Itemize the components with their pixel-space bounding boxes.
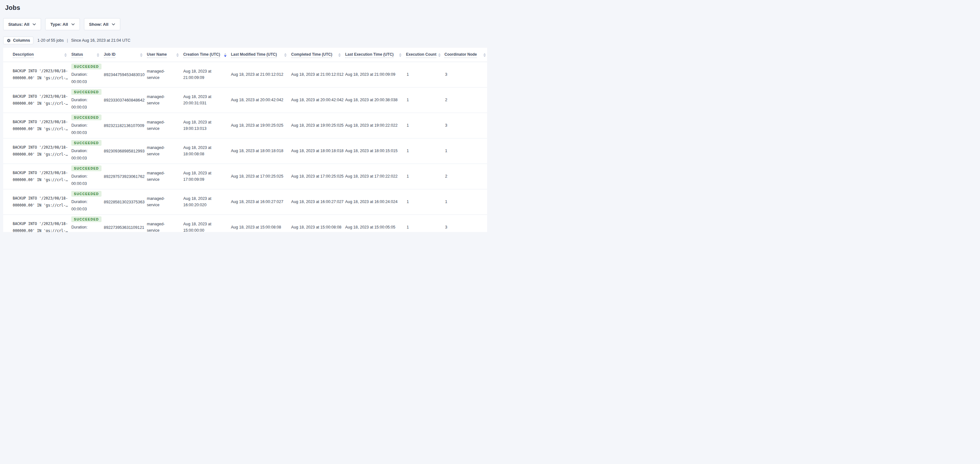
job-id-cell: 892344759453483010 xyxy=(104,62,147,87)
column-header[interactable]: Description xyxy=(3,48,71,62)
execution-count-cell: 1 xyxy=(406,62,444,87)
sort-arrows-icon[interactable] xyxy=(97,53,99,57)
jobs-page: Jobs Status: All Type: All Show: All Col… xyxy=(0,4,490,232)
column-header[interactable]: Status xyxy=(71,48,104,62)
sort-asc-icon xyxy=(338,53,341,55)
job-row: BACKUP INTO '/2023/08/18- 000000.00' IN … xyxy=(3,164,487,189)
sort-arrows-icon[interactable] xyxy=(338,53,341,57)
creation-time-value: Aug 18, 2023 at 15:00:00:00 xyxy=(183,221,218,232)
sort-arrows-icon[interactable] xyxy=(140,53,143,57)
status-filter-dropdown[interactable]: Status: All xyxy=(3,18,41,30)
job-status-cell: SUCCEEDED Duration: 00:00:03 xyxy=(71,113,104,138)
sort-arrows-icon[interactable] xyxy=(284,53,287,57)
jobs-table: Description Status Job ID User Name xyxy=(3,48,487,232)
user-name-value: managed-service xyxy=(147,119,174,132)
execution-count-cell: 1 xyxy=(406,189,444,215)
job-row: BACKUP INTO '/2023/08/18- 000000.00' IN … xyxy=(3,189,487,215)
job-description-cell[interactable]: BACKUP INTO '/2023/08/18- 000000.00' IN … xyxy=(3,113,71,138)
job-id-cell: 892321182136107009 xyxy=(104,113,147,138)
completed-time-cell: Aug 18, 2023 at 20:00:42:042 xyxy=(291,87,345,113)
user-name-value: managed-service xyxy=(147,195,174,208)
user-name-value: managed-service xyxy=(147,170,174,183)
job-description-cell[interactable]: BACKUP INTO '/2023/08/18- 000000.00' IN … xyxy=(3,138,71,164)
sort-arrows-icon[interactable] xyxy=(438,53,441,57)
user-name-value: managed-service xyxy=(147,221,174,232)
duration-value: 00:00:03 xyxy=(71,180,99,187)
last-modified-time-cell: Aug 18, 2023 at 19:00:25:025 xyxy=(231,113,291,138)
creation-time-cell: Aug 18, 2023 at 15:00:00:00 xyxy=(183,215,231,232)
job-description-cell[interactable]: BACKUP INTO '/2023/08/18- 000000.00' IN … xyxy=(3,87,71,113)
sort-desc-icon xyxy=(338,55,341,57)
sort-asc-icon xyxy=(438,53,441,55)
creation-time-value: Aug 18, 2023 at 19:00:13:013 xyxy=(183,119,218,132)
job-description-cell[interactable]: BACKUP INTO '/2023/08/18- 000000.00' IN … xyxy=(3,215,71,232)
page-title: Jobs xyxy=(5,4,487,11)
sort-desc-icon xyxy=(399,55,401,57)
type-filter-dropdown[interactable]: Type: All xyxy=(45,18,80,30)
execution-count-cell: 1 xyxy=(406,138,444,164)
job-id-cell: 892309368985812993 xyxy=(104,138,147,164)
creation-time-value: Aug 18, 2023 at 21:00:09:09 xyxy=(183,68,218,81)
sort-asc-icon xyxy=(399,53,401,55)
job-description-line1: BACKUP INTO '/2023/08/18- xyxy=(13,118,66,125)
columns-button[interactable]: Columns xyxy=(3,37,33,44)
job-description-cell[interactable]: BACKUP INTO '/2023/08/18- 000000.00' IN … xyxy=(3,189,71,215)
job-status-cell: SUCCEEDED Duration: 00:00:03 xyxy=(71,189,104,215)
completed-time-cell: Aug 18, 2023 at 21:00:12:012 xyxy=(291,62,345,87)
job-description-line2: 000000.00' IN 'gs://crl-… xyxy=(13,202,66,209)
duration-label: Duration: xyxy=(71,198,99,206)
execution-count-cell: 1 xyxy=(406,87,444,113)
sort-asc-icon xyxy=(284,53,287,55)
sort-asc-icon xyxy=(97,53,99,55)
show-filter-label: Show: All xyxy=(89,22,108,27)
column-header[interactable]: Execution Count xyxy=(406,48,444,62)
last-execution-time-cell: Aug 18, 2023 at 20:00:38:038 xyxy=(345,87,406,113)
sort-arrows-icon[interactable] xyxy=(483,53,486,57)
type-filter-label: Type: All xyxy=(50,22,68,27)
column-header[interactable]: Last Modified Time (UTC) xyxy=(231,48,291,62)
column-header[interactable]: Last Execution Time (UTC) xyxy=(345,48,406,62)
sort-desc-icon xyxy=(284,55,287,57)
sort-asc-icon xyxy=(224,53,226,55)
duration-label: Duration: xyxy=(71,224,99,231)
status-filter-label: Status: All xyxy=(8,22,29,27)
coordinator-node-cell: 3 xyxy=(444,215,487,232)
job-description-line2: 000000.00' IN 'gs://crl-… xyxy=(13,227,66,232)
last-modified-time-cell: Aug 18, 2023 at 21:00:12:012 xyxy=(231,62,291,87)
sort-arrows-icon[interactable] xyxy=(399,53,401,57)
sort-asc-icon xyxy=(140,53,143,55)
status-badge: SUCCEEDED xyxy=(71,140,102,146)
sort-arrows-icon[interactable] xyxy=(176,53,179,57)
job-description-line2: 000000.00' IN 'gs://crl-… xyxy=(13,151,66,158)
status-badge: SUCCEEDED xyxy=(71,89,102,95)
chevron-down-icon xyxy=(71,23,75,26)
creation-time-value: Aug 18, 2023 at 17:00:09:09 xyxy=(183,170,218,183)
creation-time-cell: Aug 18, 2023 at 18:00:08:08 xyxy=(183,138,231,164)
column-header[interactable]: Creation Time (UTC) xyxy=(183,48,231,62)
job-description-cell[interactable]: BACKUP INTO '/2023/08/18- 000000.00' IN … xyxy=(3,164,71,189)
sort-arrows-icon[interactable] xyxy=(224,53,226,57)
job-description-line2: 000000.00' IN 'gs://crl-… xyxy=(13,125,66,132)
status-badge: SUCCEEDED xyxy=(71,64,102,69)
creation-time-cell: Aug 18, 2023 at 19:00:13:013 xyxy=(183,113,231,138)
column-header[interactable]: Job ID xyxy=(104,48,147,62)
status-badge: SUCCEEDED xyxy=(71,217,102,222)
duration-label: Duration: xyxy=(71,96,99,104)
column-header[interactable]: Coordinator Node xyxy=(444,48,487,62)
job-id-cell: 892297573923061762 xyxy=(104,164,147,189)
column-header[interactable]: User Name xyxy=(147,48,183,62)
column-header[interactable]: Completed Time (UTC) xyxy=(291,48,345,62)
coordinator-node-cell: 3 xyxy=(444,62,487,87)
status-badge: SUCCEEDED xyxy=(71,191,102,197)
filter-bar: Status: All Type: All Show: All xyxy=(3,18,487,30)
gear-icon xyxy=(7,38,11,43)
coordinator-node-cell: 2 xyxy=(444,87,487,113)
sort-desc-icon xyxy=(140,55,143,57)
job-description-line2: 000000.00' IN 'gs://crl-… xyxy=(13,100,66,107)
coordinator-node-cell: 3 xyxy=(444,113,487,138)
last-execution-time-cell: Aug 18, 2023 at 15:00:05:05 xyxy=(345,215,406,232)
job-description-cell[interactable]: BACKUP INTO '/2023/08/18- 000000.00' IN … xyxy=(3,62,71,87)
sort-arrows-icon[interactable] xyxy=(64,53,67,57)
chevron-down-icon xyxy=(112,23,115,26)
show-filter-dropdown[interactable]: Show: All xyxy=(84,18,120,30)
